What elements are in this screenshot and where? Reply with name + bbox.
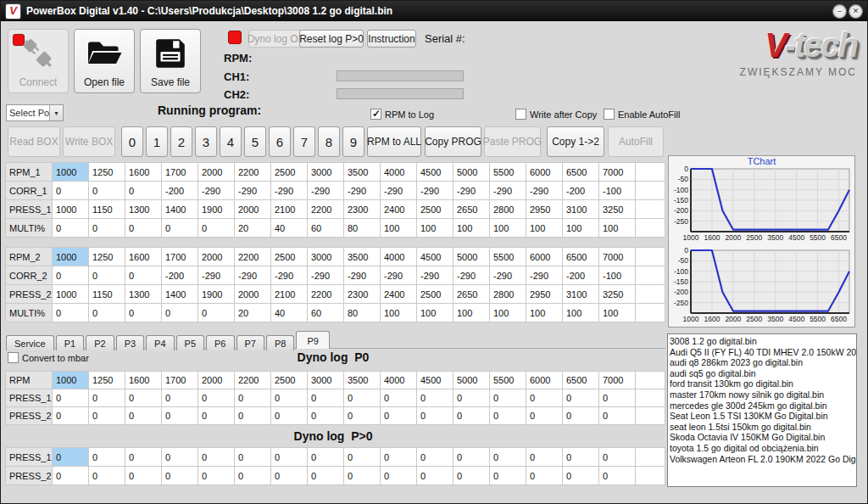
table-cell[interactable]: 0 [344, 407, 381, 425]
table-cell[interactable]: 2200 [308, 200, 344, 219]
table-cell[interactable]: 7000 [599, 248, 636, 266]
table-cell[interactable]: 1000 [53, 163, 89, 182]
table-cell[interactable]: -290 [235, 182, 271, 200]
table-cell[interactable]: 0 [53, 182, 89, 200]
file-list-item[interactable]: Audi Q5 II (FY FL) 40 TDI MHEV 2.0 150kW… [670, 347, 856, 358]
table-cell[interactable]: 0 [599, 467, 636, 485]
file-list-item[interactable]: audi q8 286km 2023 go digital.bin [670, 357, 856, 368]
table-cell[interactable]: 7000 [599, 163, 636, 182]
table-cell[interactable]: 100 [417, 304, 453, 322]
table-cell[interactable]: 0 [125, 219, 162, 238]
table-cell[interactable]: 0 [162, 448, 198, 467]
table-cell[interactable]: 0 [381, 389, 417, 407]
program-digit-3[interactable]: 3 [195, 126, 217, 157]
table-cell[interactable]: 100 [563, 304, 599, 322]
copy-1-to-2-button[interactable]: Copy 1->2 [547, 126, 604, 157]
table-cell[interactable]: 4500 [417, 163, 453, 182]
table-cell[interactable]: 1000 [53, 200, 89, 219]
table-cell[interactable]: 5500 [490, 163, 526, 182]
table-cell[interactable]: -200 [162, 266, 198, 285]
table-cell[interactable]: 0 [599, 448, 636, 467]
program-digit-7[interactable]: 7 [293, 126, 315, 157]
table-cell[interactable]: 0 [490, 448, 526, 467]
table-cell[interactable]: 20 [235, 304, 271, 322]
table-cell[interactable]: 1400 [162, 200, 198, 219]
file-list-item[interactable]: 3008 1.2 go digital.bin [670, 336, 856, 347]
table-cell[interactable]: 2500 [271, 248, 308, 266]
table-cell[interactable]: 1900 [198, 200, 235, 219]
table-cell[interactable]: 100 [381, 304, 417, 322]
table-cell[interactable]: 1250 [89, 372, 125, 389]
table-cell[interactable]: 5000 [453, 163, 490, 182]
rpm-to-all-button[interactable]: RPM to ALL [367, 126, 421, 157]
table-cell[interactable]: 4500 [417, 372, 453, 389]
paste-prog-button[interactable]: Paste PROG [484, 126, 541, 157]
table-cell[interactable]: 0 [125, 304, 162, 322]
table-cell[interactable]: 0 [162, 407, 198, 425]
table-cell[interactable]: 3100 [563, 285, 599, 304]
table-cell[interactable]: 20 [235, 219, 271, 238]
table-cell[interactable]: -290 [198, 266, 235, 285]
table-cell[interactable]: 0 [89, 448, 125, 467]
save-file-button[interactable]: Save file [140, 29, 201, 93]
table-cell[interactable]: 2650 [453, 285, 490, 304]
table-cell[interactable]: 60 [308, 219, 344, 238]
table-cell[interactable]: 100 [453, 304, 490, 322]
tab-p4[interactable]: P4 [146, 335, 174, 350]
table-cell[interactable]: 0 [271, 467, 308, 485]
select-port-dropdown[interactable]: Select Port ▼ [6, 104, 64, 121]
table-cell[interactable]: 6000 [526, 248, 563, 266]
tab-p6[interactable]: P6 [206, 335, 234, 350]
table-cell[interactable]: 0 [563, 389, 599, 407]
table-cell[interactable]: 0 [235, 389, 271, 407]
table-cell[interactable]: 5500 [490, 248, 526, 266]
table-cell[interactable]: 0 [125, 407, 162, 425]
table-cell[interactable]: 0 [198, 389, 235, 407]
table-cell[interactable]: 100 [563, 219, 599, 238]
table-cell[interactable]: -200 [563, 182, 599, 200]
table-cell[interactable]: 60 [308, 304, 344, 322]
table-cell[interactable]: 0 [417, 467, 453, 485]
table-cell[interactable]: 2000 [198, 372, 235, 389]
table-cell[interactable]: 0 [526, 467, 563, 485]
table-cell[interactable]: 5000 [453, 248, 490, 266]
table-cell[interactable]: -290 [490, 182, 526, 200]
table-cell[interactable]: -290 [417, 182, 453, 200]
table-cell[interactable]: 2000 [235, 200, 271, 219]
table-cell[interactable]: 0 [53, 407, 89, 425]
checkbox-box[interactable] [604, 109, 615, 120]
table-cell[interactable]: 1000 [53, 285, 89, 304]
table-cell[interactable]: 4000 [381, 163, 417, 182]
table-cell[interactable]: 2000 [198, 248, 235, 266]
table-cell[interactable]: 0 [526, 448, 563, 467]
tab-p1[interactable]: P1 [56, 335, 84, 350]
table-cell[interactable]: 2300 [344, 200, 381, 219]
file-list-item[interactable]: audi sq5 go digital.bin [670, 368, 856, 379]
table-cell[interactable]: 0 [526, 389, 563, 407]
table-cell[interactable]: 0 [162, 219, 198, 238]
table-cell[interactable]: 2200 [235, 372, 271, 389]
table-cell[interactable]: 0 [162, 389, 198, 407]
tab-p3[interactable]: P3 [116, 335, 144, 350]
autofill-button[interactable]: AutoFill [608, 126, 664, 157]
table-cell[interactable]: -200 [162, 182, 198, 200]
table-cell[interactable]: 1600 [125, 163, 162, 182]
table-cell[interactable]: 0 [198, 219, 235, 238]
program-digit-6[interactable]: 6 [269, 126, 291, 157]
table-cell[interactable]: 2200 [235, 163, 271, 182]
file-list-item[interactable]: ford transit 130km go digital.bin [670, 378, 856, 389]
table-cell[interactable]: 0 [89, 266, 125, 285]
table-cell[interactable]: 2950 [526, 285, 563, 304]
program-digit-5[interactable]: 5 [244, 126, 266, 157]
program-digit-2[interactable]: 2 [170, 126, 192, 157]
table-cell[interactable]: 0 [53, 389, 89, 407]
table-cell[interactable]: 0 [490, 467, 526, 485]
table-cell[interactable]: 0 [308, 448, 344, 467]
table-cell[interactable]: -290 [235, 266, 271, 285]
table-cell[interactable]: 1000 [53, 248, 89, 266]
checkbox-box[interactable] [370, 109, 381, 120]
table-cell[interactable]: -290 [490, 266, 526, 285]
tab-p9[interactable]: P9 [296, 331, 329, 349]
table-cell[interactable]: 0 [198, 407, 235, 425]
table-cell[interactable]: 1700 [162, 248, 198, 266]
